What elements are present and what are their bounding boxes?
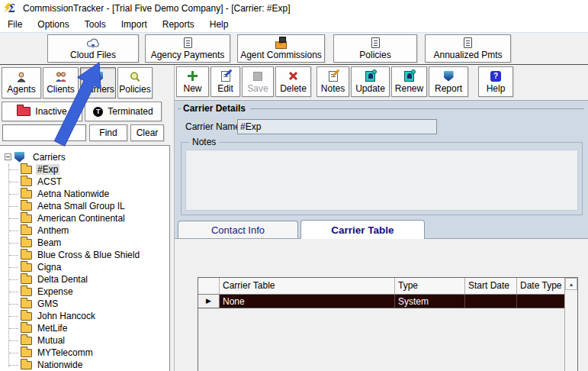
tree-connector [9, 340, 18, 341]
find-button[interactable]: Find [89, 124, 127, 141]
folder-icon [21, 276, 32, 284]
tree-item[interactable]: John Hancock [0, 310, 169, 322]
folder-icon [21, 239, 32, 247]
inactive-button[interactable]: Inactive [2, 102, 82, 121]
folder-icon [21, 166, 32, 174]
tab-contact-info[interactable]: Contact Info [178, 221, 298, 238]
agents-button[interactable]: Agents [2, 67, 41, 98]
main-toolbar: Cloud Files Agency Payments Agent Commis… [0, 33, 588, 65]
lightning-icon [3, 2, 12, 13]
cell-start-date[interactable] [465, 295, 517, 308]
tree-item[interactable]: MetLife [0, 322, 169, 334]
folder-icon [21, 312, 32, 321]
cell-type[interactable]: System [395, 295, 465, 308]
agency-payments-button[interactable]: Agency Payments [145, 34, 230, 63]
tree-item[interactable]: Cigna [0, 261, 169, 273]
question-icon [490, 70, 501, 82]
edit-icon [221, 70, 230, 82]
tree-connector [9, 194, 18, 195]
delete-button[interactable]: Delete [275, 66, 311, 97]
menu-tools[interactable]: Tools [77, 17, 114, 32]
save-icon [253, 70, 262, 82]
document-icon [464, 37, 472, 49]
tree-item[interactable]: ACST [0, 176, 169, 188]
new-button[interactable]: New [176, 66, 209, 97]
notes-label: Notes [189, 137, 219, 147]
tree-item[interactable]: #Exp [0, 163, 169, 176]
column-header-type[interactable]: Type [395, 278, 465, 295]
tree-root-carriers[interactable]: Carriers [0, 150, 169, 163]
tree-item[interactable]: Aetna Small Group IL [0, 200, 169, 212]
agent-commissions-button[interactable]: Agent Commissions [237, 34, 325, 63]
help-button[interactable]: Help [478, 66, 513, 97]
cloud-files-button[interactable]: Cloud Files [47, 34, 139, 63]
column-header-start-date[interactable]: Start Date [465, 278, 517, 295]
policies-nav-button[interactable]: Policies [117, 67, 153, 98]
tree-item[interactable]: Nationwide [0, 359, 169, 371]
search-row: Find Clear [0, 124, 174, 143]
menu-options[interactable]: Options [30, 17, 76, 32]
cell-date-type[interactable] [517, 295, 566, 308]
tree-item-label: Delta Dental [36, 274, 89, 285]
button-label: Help [487, 84, 506, 94]
policies-button[interactable]: Policies [333, 34, 417, 63]
report-button[interactable]: Report [429, 66, 468, 97]
tree-item[interactable]: American Continental [0, 212, 169, 224]
tree-item[interactable]: Delta Dental [0, 273, 169, 286]
folder-icon [21, 227, 32, 235]
collapse-icon[interactable] [5, 153, 11, 160]
shield-icon [444, 70, 454, 82]
table-row[interactable]: ▶ None System [198, 295, 577, 308]
folder-icon [21, 202, 32, 211]
carriers-button[interactable]: Carriers [80, 67, 116, 98]
tree-item[interactable]: Mutual [0, 334, 169, 347]
carrier-name-row: Carrier Name: [175, 119, 588, 134]
tree-item[interactable]: Beam [0, 237, 169, 249]
tab-carrier-table[interactable]: Carrier Table [300, 220, 425, 239]
scroll-icon [404, 70, 414, 82]
tree-item[interactable]: Aetna Nationwide [0, 188, 169, 200]
notes-groupbox: Notes [181, 142, 583, 215]
column-header-date-type[interactable]: Date Type [517, 278, 566, 295]
carrier-name-input[interactable] [237, 119, 437, 134]
button-label: Agents [7, 85, 35, 95]
section-title: Carrier Details [175, 101, 588, 114]
folder-icon [21, 263, 32, 272]
tree-connector [9, 231, 18, 231]
notes-button[interactable]: Notes [316, 66, 349, 97]
clients-button[interactable]: Clients [43, 67, 79, 98]
folder-icon [21, 178, 32, 186]
row-selector[interactable]: ▶ [198, 295, 220, 308]
tree-item[interactable]: GMS [0, 298, 169, 310]
carrier-table-tab-content: Carrier Table Type Start Date Date Type … [175, 238, 588, 371]
menu-reports[interactable]: Reports [155, 17, 202, 32]
black-circle-icon [93, 105, 103, 118]
cell-carrier-table[interactable]: None [220, 295, 395, 308]
clear-button[interactable]: Clear [130, 124, 164, 141]
tree-item[interactable]: Expense [0, 286, 169, 298]
tree-connector [9, 182, 18, 182]
row-marker-icon: ▶ [206, 298, 211, 305]
tree-guide-line [8, 164, 9, 367]
search-input[interactable] [2, 124, 86, 141]
scroll-up-icon[interactable]: ▲ [565, 278, 577, 290]
button-label: Clients [47, 85, 75, 95]
menu-help[interactable]: Help [202, 17, 236, 32]
update-button[interactable]: Update [351, 66, 390, 97]
vertical-scrollbar[interactable]: ▲ ▼ [564, 278, 577, 371]
app-window: CommissionTracker - [Trial Five Demo Com… [0, 0, 588, 371]
grid-selector-header [198, 278, 220, 295]
column-header-carrier-table[interactable]: Carrier Table [220, 278, 395, 295]
terminated-button[interactable]: Terminated [85, 102, 162, 121]
tree-item[interactable]: Blue Cross & Blue Shield [0, 249, 169, 261]
tree-item[interactable]: Anthem [0, 224, 169, 237]
tree-item[interactable]: MYTelecomm [0, 347, 169, 359]
notes-textarea[interactable] [185, 150, 578, 211]
people-icon [55, 71, 67, 83]
annualized-pmts-button[interactable]: Annualized Pmts [425, 34, 511, 63]
renew-button[interactable]: Renew [391, 66, 427, 97]
menu-file[interactable]: File [0, 17, 30, 32]
edit-button[interactable]: Edit [210, 66, 240, 97]
menu-import[interactable]: Import [114, 17, 155, 32]
save-button[interactable]: Save [242, 66, 274, 97]
